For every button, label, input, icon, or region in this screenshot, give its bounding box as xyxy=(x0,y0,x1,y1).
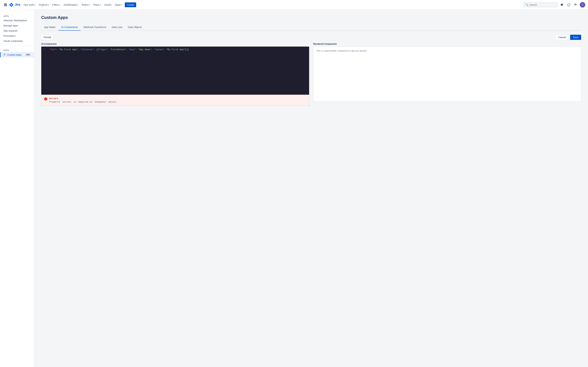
sidebar-item-label: App requests xyxy=(3,29,18,32)
sidebar-item-custom-apps[interactable]: Custom Apps DEV xyxy=(0,52,34,57)
code-body[interactable]: 1 "tle": "My First App", "children": [{"… xyxy=(41,47,309,95)
sidebar-item-app-requests[interactable]: App requests xyxy=(0,28,34,33)
sidebar: Apps Atlassian Marketplace Manage apps A… xyxy=(0,10,34,367)
chevron-down-icon: ▾ xyxy=(100,4,101,6)
nav-projects[interactable]: Projects ▾ xyxy=(37,0,51,10)
sidebar-item-promotions[interactable]: Promotions xyxy=(0,33,34,39)
cancel-button[interactable]: Cancel xyxy=(555,35,569,40)
topnav: Jira Your work ▾ Projects ▾ Filters ▾ Da… xyxy=(0,0,588,10)
main-content: Custom Apps App Maker UI Components Webh… xyxy=(34,10,588,367)
bell-icon xyxy=(560,3,563,6)
sidebar-item-label: Custom Apps xyxy=(7,53,21,56)
sidebar-item-label: OAuth credentials xyxy=(3,40,23,42)
jira-logo-mark xyxy=(9,2,14,7)
nav-plans[interactable]: Plans ▾ xyxy=(92,0,102,10)
svg-text:?: ? xyxy=(568,4,569,6)
dev-badge: DEV xyxy=(26,54,31,56)
tab-webhook-transforms[interactable]: Webhook Transforms xyxy=(81,24,109,31)
logo-text: Jira xyxy=(15,3,20,7)
editor-panel: UI Component 1 "tle": "My First App", "c… xyxy=(41,43,309,106)
sidebar-item-label: Promotions xyxy=(3,34,16,37)
page-title: Custom Apps xyxy=(41,15,581,20)
svg-rect-3 xyxy=(4,4,5,5)
svg-rect-5 xyxy=(6,4,7,5)
svg-rect-0 xyxy=(4,3,5,4)
format-button[interactable]: Format xyxy=(41,35,53,40)
svg-rect-6 xyxy=(4,6,5,6)
svg-rect-7 xyxy=(5,6,6,6)
toolbar-actions: Cancel Save xyxy=(555,35,581,40)
editor-layout: UI Component 1 "tle": "My First App", "c… xyxy=(41,43,581,106)
nav-filters[interactable]: Filters ▾ xyxy=(51,0,62,10)
search-box[interactable]: 🔍 xyxy=(523,2,558,7)
svg-point-9 xyxy=(11,4,12,5)
nav-dashboards[interactable]: Dashboards ▾ xyxy=(62,0,80,10)
app-layout: Apps Atlassian Marketplace Manage apps A… xyxy=(0,10,588,367)
chevron-down-icon: ▾ xyxy=(48,4,49,6)
rendered-panel: Rendered Component This is a placeholder… xyxy=(309,43,581,106)
nav-apps[interactable]: Apps ▾ xyxy=(113,0,123,10)
save-button[interactable]: Save xyxy=(570,35,581,40)
sidebar-item-atlassian-marketplace[interactable]: Atlassian Marketplace xyxy=(0,18,34,23)
nav-your-work[interactable]: Your work ▾ xyxy=(22,0,37,10)
code-content: "tle": "My First App", "children": [{"ty… xyxy=(50,48,189,51)
refresh-icon xyxy=(3,53,6,56)
search-input[interactable] xyxy=(529,3,556,6)
toolbar: Format Cancel Save xyxy=(41,35,581,40)
avatar[interactable]: U xyxy=(580,2,585,8)
chevron-down-icon: ▾ xyxy=(59,4,60,6)
chevron-down-icon: ▾ xyxy=(121,4,122,6)
sidebar-divider xyxy=(0,46,34,46)
svg-rect-2 xyxy=(6,3,7,4)
search-icon: 🔍 xyxy=(525,3,528,6)
sidebar-apps-section-title: Apps xyxy=(0,14,34,18)
chevron-down-icon: ▾ xyxy=(34,4,35,6)
apps-grid-button[interactable] xyxy=(3,2,8,8)
svg-rect-1 xyxy=(5,3,6,4)
help-button[interactable]: ? xyxy=(566,2,571,8)
tab-data-lists[interactable]: Data Lists xyxy=(109,24,125,31)
topnav-right: 🔍 ? U xyxy=(523,2,585,8)
error-icon: ✕ xyxy=(44,97,47,101)
svg-text:✕: ✕ xyxy=(45,98,46,100)
error-box: ✕ Errors Property 'action' is required o… xyxy=(41,95,309,106)
code-line-1: 1 "tle": "My First App", "children": [{"… xyxy=(41,47,309,53)
main-nav: Your work ▾ Projects ▾ Filters ▾ Dashboa… xyxy=(22,0,123,10)
tab-data-objects[interactable]: Data Objects xyxy=(125,24,145,31)
sidebar-item-oauth[interactable]: OAuth credentials xyxy=(0,39,34,44)
settings-button[interactable] xyxy=(573,2,578,8)
error-title: Errors xyxy=(49,97,118,100)
rendered-placeholder-text: This is a placeholder component to get y… xyxy=(316,50,368,52)
error-message: Property 'action' is required on 'UiUpda… xyxy=(49,101,118,103)
topnav-left: Jira xyxy=(3,2,22,8)
rendered-box: This is a placeholder component to get y… xyxy=(313,47,581,101)
tab-ui-components[interactable]: UI Components xyxy=(59,24,81,31)
nav-assets[interactable]: Assets xyxy=(102,0,113,10)
tab-app-maker[interactable]: App Maker xyxy=(41,24,59,31)
error-content: Errors Property 'action' is required on … xyxy=(49,97,118,103)
chevron-down-icon: ▾ xyxy=(77,4,78,6)
nav-teams[interactable]: Teams ▾ xyxy=(80,0,92,10)
sidebar-apps-sub-section-title: Apps xyxy=(0,48,34,52)
settings-icon xyxy=(574,3,577,6)
sidebar-item-manage-apps[interactable]: Manage apps xyxy=(0,23,34,28)
jira-logo[interactable]: Jira xyxy=(9,2,20,7)
code-editor[interactable]: 1 "tle": "My First App", "children": [{"… xyxy=(41,47,309,106)
tabs: App Maker UI Components Webhook Transfor… xyxy=(41,24,581,31)
svg-point-12 xyxy=(4,54,5,55)
chevron-down-icon: ▾ xyxy=(89,4,90,6)
notifications-button[interactable] xyxy=(559,2,565,8)
create-button[interactable]: Create xyxy=(125,2,136,7)
rendered-panel-label: Rendered Component xyxy=(313,43,581,45)
sidebar-item-label: Manage apps xyxy=(3,24,18,27)
grid-icon xyxy=(4,3,7,6)
svg-rect-4 xyxy=(5,4,6,5)
sidebar-item-label: Atlassian Marketplace xyxy=(3,19,27,22)
help-icon: ? xyxy=(567,3,570,6)
svg-rect-8 xyxy=(6,6,7,6)
editor-panel-label: UI Component xyxy=(41,43,309,45)
line-number: 1 xyxy=(43,48,47,51)
